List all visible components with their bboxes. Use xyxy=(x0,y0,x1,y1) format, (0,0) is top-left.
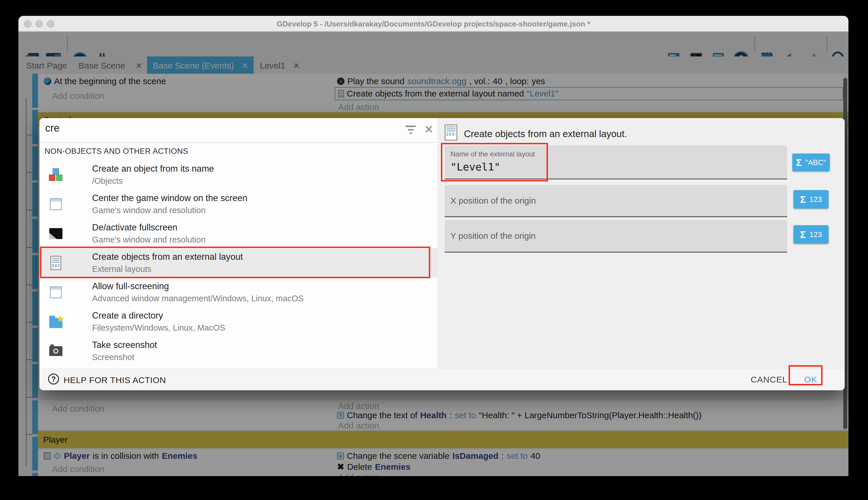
item-title: Create a directory xyxy=(92,310,163,321)
panel-title: Create objects from an external layout. xyxy=(464,128,627,139)
filter-icon[interactable] xyxy=(406,125,418,135)
sigma-icon: Σ xyxy=(800,194,806,205)
help-button[interactable]: HELP FOR THIS ACTION xyxy=(63,375,166,385)
external-layout-icon xyxy=(445,124,457,140)
item-subtitle: Screenshot xyxy=(92,353,134,362)
button-label: 123 xyxy=(810,195,822,204)
item-title: Take screenshot xyxy=(92,340,157,350)
annotation-box-ok xyxy=(788,365,822,385)
y-position-field[interactable]: Y position of the origin xyxy=(445,220,787,253)
item-title: Center the game window on the screen xyxy=(92,193,247,203)
button-label: "ABC" xyxy=(805,158,826,167)
list-item[interactable]: ★ Create a directory Filesystem/Windows,… xyxy=(39,307,437,337)
list-item[interactable]: Center the game window on the screen Gam… xyxy=(39,190,437,219)
item-subtitle: /Objects xyxy=(92,176,122,186)
field-label: X position of the origin xyxy=(450,196,536,206)
titlebar[interactable]: GDevelop 5 - /Users/dkarakay/Documents/G… xyxy=(19,16,848,32)
item-subtitle: Advanced window management/Windows, Linu… xyxy=(92,294,304,303)
folder-icon: ★ xyxy=(48,314,63,329)
item-title: Create an object from its name xyxy=(92,163,214,174)
item-title: Allow full-screening xyxy=(92,281,169,292)
expression-builder-button[interactable]: Σ 123 xyxy=(794,190,829,208)
clear-search-icon[interactable]: ✕ xyxy=(424,123,434,136)
item-subtitle: Game's window and resolution xyxy=(92,235,206,245)
camera-icon xyxy=(48,343,63,359)
sigma-icon: Σ xyxy=(796,157,802,168)
item-subtitle: Game's window and resolution xyxy=(92,206,206,215)
list-item[interactable]: De/activate fullscreen Game's window and… xyxy=(39,219,437,248)
annotation-box-selected-action xyxy=(40,247,430,278)
game-window-icon xyxy=(48,285,63,300)
help-icon[interactable]: ? xyxy=(48,374,59,385)
desktop: GDevelop 5 - /Users/dkarakay/Documents/G… xyxy=(0,0,868,500)
instruction-editor-dialog: cre ✕ NON-OBJECTS AND OTHER ACTIONS Crea… xyxy=(39,118,845,390)
dialog-footer: ? HELP FOR THIS ACTION CANCEL OK xyxy=(39,369,845,390)
list-item[interactable]: Allow full-screening Advanced window man… xyxy=(39,278,437,307)
button-label: 123 xyxy=(810,230,822,239)
annotation-box-name-field xyxy=(441,143,548,181)
action-chooser-pane: cre ✕ NON-OBJECTS AND OTHER ACTIONS Crea… xyxy=(39,118,437,369)
fullscreen-icon xyxy=(48,226,63,241)
divider xyxy=(39,142,437,143)
section-header: NON-OBJECTS AND OTHER ACTIONS xyxy=(45,147,188,156)
cancel-button[interactable]: CANCEL xyxy=(744,372,794,387)
field-label: Y position of the origin xyxy=(450,231,536,241)
window-title: GDevelop 5 - /Users/dkarakay/Documents/G… xyxy=(19,20,848,29)
item-title: De/activate fullscreen xyxy=(92,222,177,233)
objects-cubes-icon xyxy=(48,167,63,183)
search-input[interactable]: cre xyxy=(45,122,60,134)
game-window-icon xyxy=(48,196,63,212)
expression-builder-button[interactable]: Σ 123 xyxy=(794,225,829,244)
expression-builder-button[interactable]: Σ "ABC" xyxy=(792,154,830,171)
list-item[interactable]: Create an object from its name /Objects xyxy=(39,160,437,190)
sigma-icon: Σ xyxy=(800,229,806,240)
list-item[interactable]: Take screenshot Screenshot xyxy=(39,337,437,366)
item-subtitle: Filesystem/Windows, Linux, MacOS xyxy=(92,323,225,333)
x-position-field[interactable]: X position of the origin xyxy=(445,185,787,217)
